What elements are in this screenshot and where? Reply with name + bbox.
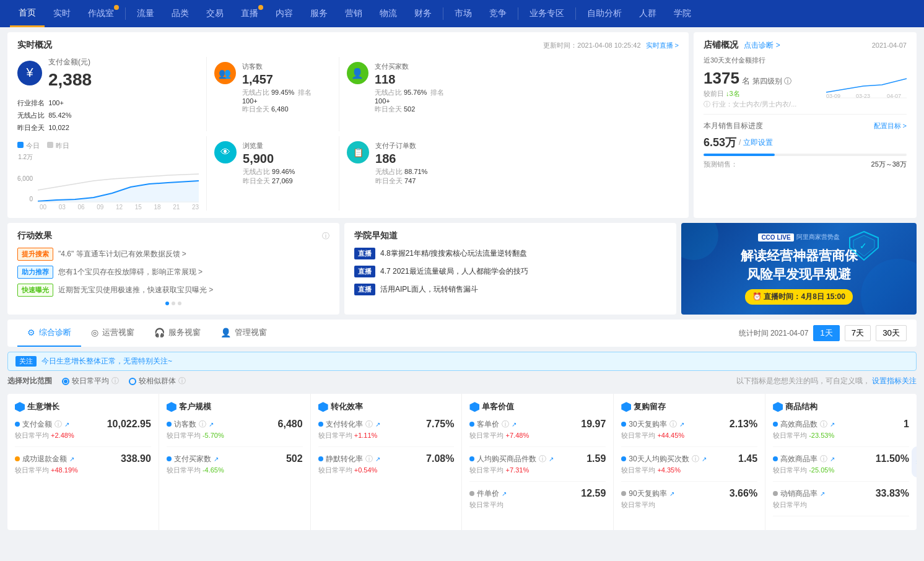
info-30day-repurchase[interactable]: ⓘ bbox=[669, 419, 677, 430]
time-btn-1day[interactable]: 1天 bbox=[813, 325, 839, 341]
info-aov[interactable]: ⓘ bbox=[502, 419, 509, 430]
nav-item-crowd[interactable]: 人群 bbox=[630, 0, 665, 27]
compare-info-icon-2[interactable]: ⓘ bbox=[178, 376, 186, 386]
chart-aov[interactable]: ↗ bbox=[512, 421, 516, 428]
info-effective-rate[interactable]: ⓘ bbox=[820, 454, 827, 464]
radio-circle-1 bbox=[62, 378, 69, 385]
time-btn-7days[interactable]: 7天 bbox=[845, 325, 871, 341]
nav-item-marketing[interactable]: 营销 bbox=[336, 0, 371, 27]
action-text-exposure[interactable]: 近期暂无宝贝使用极速推，快速获取宝贝曝光 > bbox=[58, 285, 213, 295]
tab-service[interactable]: 🎧 服务视窗 bbox=[144, 320, 211, 347]
diagnose-link[interactable]: 点击诊断 > bbox=[744, 41, 780, 50]
chart-effective-rate[interactable]: ↗ bbox=[830, 456, 835, 463]
tab-comprehensive[interactable]: ⚙ 综合诊断 bbox=[17, 320, 81, 347]
val-effective-rate: 11.50% bbox=[876, 453, 909, 464]
nav-item-analysis[interactable]: 自助分析 bbox=[578, 0, 630, 27]
compare-aov: 较日常平均 +7.48% bbox=[469, 431, 606, 440]
val-aov: 19.97 bbox=[581, 419, 606, 430]
top-navigation: 首页 实时 作战室 流量 品类 交易 直播 内容 服务 营销 物流 财务 市场 … bbox=[0, 0, 924, 27]
chart-90day-repurchase[interactable]: ↗ bbox=[669, 490, 674, 497]
action-panel: 行动效果 ⓘ 提升搜索 "4.6" 等直通车计划已有效果数据反馈 > 助力推荐 … bbox=[7, 223, 339, 315]
chart-active-rate[interactable]: ↗ bbox=[820, 490, 825, 497]
school-link-1[interactable]: 4.8掌握21年精/搜搜索核心玩法流量逆转翻盘 bbox=[380, 248, 527, 259]
dot-1[interactable] bbox=[165, 302, 169, 305]
school-items-list: 直播 4.8掌握21年精/搜搜索核心玩法流量逆转翻盘 直播 4.7 2021最近… bbox=[354, 248, 666, 295]
school-link-2[interactable]: 4.7 2021最近流量破局，人人都能学会的技巧 bbox=[380, 266, 528, 277]
tab-operations[interactable]: ◎ 运营视窗 bbox=[81, 320, 144, 347]
dot-2[interactable] bbox=[172, 302, 175, 305]
nav-item-content[interactable]: 内容 bbox=[267, 0, 302, 27]
tab-icon-management: 👤 bbox=[220, 328, 231, 337]
live-link[interactable]: 实时直播 > bbox=[646, 41, 679, 50]
nav-item-logistics[interactable]: 物流 bbox=[371, 0, 406, 27]
val-buyers: 502 bbox=[286, 453, 303, 464]
chart-30day-repurchase[interactable]: ↗ bbox=[679, 421, 684, 428]
action-info-icon[interactable]: ⓘ bbox=[322, 231, 329, 241]
notice-bar: 关注 今日生意增长整体正常，无需特别关注~ bbox=[7, 352, 917, 371]
dot-30day-repurchase bbox=[621, 422, 626, 427]
chart-items-per-buyer[interactable]: ↗ bbox=[549, 456, 554, 463]
col-title-retention: 复购留存 bbox=[634, 401, 666, 412]
ad-live-time: ⏰ 直播时间：4月8日 15:00 bbox=[745, 289, 853, 305]
set-goal-link[interactable]: 立即设置 bbox=[743, 137, 773, 148]
compare-option-2[interactable]: 较相似群体 ⓘ bbox=[129, 376, 186, 386]
store-title: 店铺概况 bbox=[704, 40, 738, 50]
nav-item-home[interactable]: 首页 bbox=[10, 0, 45, 27]
dot-3[interactable] bbox=[178, 302, 181, 305]
chart-30day-frequency[interactable]: ↗ bbox=[702, 456, 707, 463]
compare-info-icon-1[interactable]: ⓘ bbox=[111, 376, 119, 386]
nav-item-service[interactable]: 服务 bbox=[302, 0, 336, 27]
next-col-arrow[interactable]: › bbox=[912, 446, 917, 477]
action-text-recommend[interactable]: 您有1个宝贝存在投放障碍，影响正常展现 > bbox=[58, 267, 203, 277]
chart-payment[interactable]: ↗ bbox=[64, 421, 69, 428]
info-effective-products[interactable]: ⓘ bbox=[820, 419, 827, 430]
nav-item-trade[interactable]: 交易 bbox=[198, 0, 232, 27]
tab-management[interactable]: 👤 管理视窗 bbox=[211, 320, 277, 347]
nav-item-live[interactable]: 直播 bbox=[232, 0, 267, 27]
nav-item-warroom[interactable]: 作战室 bbox=[79, 0, 123, 27]
nav-item-category[interactable]: 品类 bbox=[163, 0, 198, 27]
dot-active-rate bbox=[773, 491, 778, 496]
pay-icon: ¥ bbox=[17, 61, 42, 85]
info-items-per-buyer[interactable]: ⓘ bbox=[539, 454, 546, 464]
data-item-90day-repurchase: 90天复购率 ↗ 3.66% 较日常平均 bbox=[621, 488, 757, 516]
time-btn-30days[interactable]: 30天 bbox=[876, 325, 907, 341]
data-item-pay-cvr: 支付转化率 ⓘ ↗ 7.75% 较日常平均 +1.11% bbox=[318, 419, 455, 447]
info-pay-cvr[interactable]: ⓘ bbox=[365, 419, 373, 430]
nav-item-finance[interactable]: 财务 bbox=[406, 0, 440, 27]
nav-item-realtime[interactable]: 实时 bbox=[45, 0, 79, 27]
school-link-3[interactable]: 活用AIPL面人，玩转销售漏斗 bbox=[380, 284, 478, 295]
school-item-1: 直播 4.8掌握21年精/搜搜索核心玩法流量逆转翻盘 bbox=[354, 248, 666, 259]
info-30day-frequency[interactable]: ⓘ bbox=[692, 454, 699, 464]
ad-deco-circle-1 bbox=[681, 223, 718, 260]
nav-item-market[interactable]: 市场 bbox=[446, 0, 481, 27]
config-target-link[interactable]: 配置目标 > bbox=[874, 121, 907, 131]
compare-hint-link[interactable]: 设置指标关注 bbox=[872, 376, 917, 385]
chart-item-price[interactable]: ↗ bbox=[502, 490, 507, 497]
info-visitors[interactable]: ⓘ bbox=[199, 419, 206, 430]
radio-circle-2 bbox=[129, 378, 136, 385]
compare-refund: 较日常平均 +48.19% bbox=[15, 466, 151, 475]
ad-panel[interactable]: CCO LIVE 阿里商家营势盘 ✓ 解读经营神器营商保 风险早发现早规避 ⏰ … bbox=[681, 223, 917, 315]
data-item-30day-frequency: 30天人均购买次数 ⓘ ↗ 1.45 较日常平均 +4.35% bbox=[621, 453, 757, 482]
chart-refund[interactable]: ↗ bbox=[69, 456, 74, 463]
nav-item-academy[interactable]: 学院 bbox=[665, 0, 700, 27]
action-text-search[interactable]: "4.6" 等直通车计划已有效果数据反馈 > bbox=[58, 249, 186, 259]
nav-item-competition[interactable]: 竞争 bbox=[481, 0, 515, 27]
chart-buyers[interactable]: ↗ bbox=[214, 456, 219, 463]
info-payment[interactable]: ⓘ bbox=[54, 419, 62, 430]
update-time: 更新时间：2021-04-08 10:25:42 bbox=[543, 41, 640, 50]
legend-today-dot bbox=[17, 142, 24, 148]
chart-visitors[interactable]: ↗ bbox=[209, 421, 214, 428]
compare-option-1[interactable]: 较日常平均 ⓘ bbox=[62, 376, 119, 386]
nav-item-business[interactable]: 业务专区 bbox=[521, 0, 573, 27]
chart-effective-products[interactable]: ↗ bbox=[830, 421, 835, 428]
nav-item-traffic[interactable]: 流量 bbox=[128, 0, 163, 27]
chart-silent-cvr[interactable]: ↗ bbox=[375, 456, 380, 463]
svg-text:✓: ✓ bbox=[860, 241, 867, 251]
chart-pay-cvr[interactable]: ↗ bbox=[375, 421, 380, 428]
metrics-grid: 👥 访客数 1,457 无线占比 99.45% 排名 100+ 昨日全天 6,4… bbox=[206, 57, 466, 211]
compare-30day-repurchase: 较日常平均 +44.45% bbox=[621, 431, 757, 440]
info-silent-cvr[interactable]: ⓘ bbox=[365, 454, 373, 464]
compare-silent-cvr: 较日常平均 +0.54% bbox=[318, 466, 455, 475]
